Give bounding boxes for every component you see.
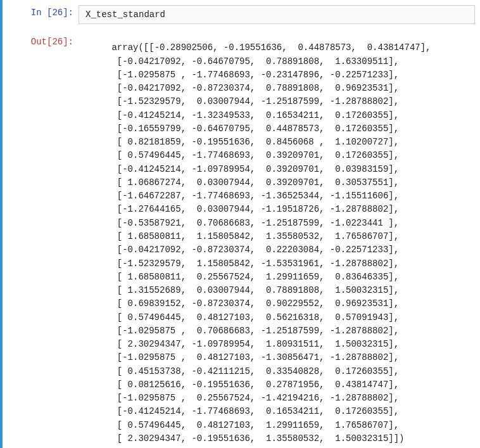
output-prompt: Out[26]: [3,34,79,49]
code-input[interactable]: X_test_standard [79,5,475,24]
jupyter-cell: In [26]: Out[26]: X_test_standard array(… [0,0,480,448]
content-column: X_test_standard array([[-0.28902506, -0.… [79,5,480,448]
prompt-column: In [26]: Out[26]: [3,5,79,448]
input-prompt: In [26]: [3,5,79,20]
output-area: array([[-0.28902506, -0.19551636, 0.4487… [79,24,480,448]
array-output: array([[-0.28902506, -0.19551636, 0.4487… [80,42,431,444]
